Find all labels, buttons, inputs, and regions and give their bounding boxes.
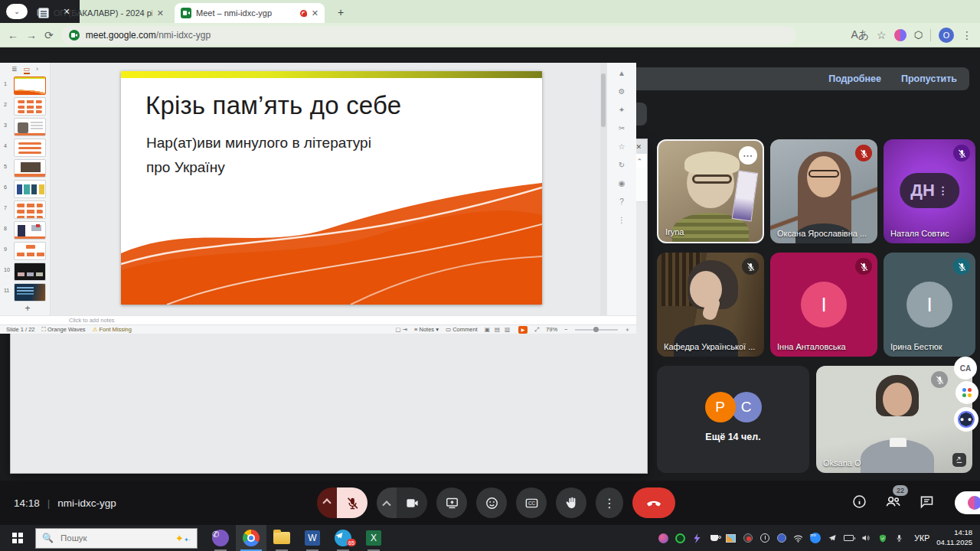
meeting-info-button[interactable] [851, 494, 867, 513]
add-slide-button[interactable]: + [21, 303, 34, 314]
side-eye-icon[interactable]: ◉ [619, 179, 626, 187]
browser-tab-2[interactable]: Meet – nmi-idxc-ygp ✕ [175, 3, 325, 23]
brain-extension-icon[interactable] [894, 29, 906, 41]
slide-thumbnail-5[interactable] [14, 159, 46, 178]
font-missing-warning[interactable]: ⚠ Font Missing [93, 326, 132, 333]
present-button[interactable] [436, 487, 467, 518]
bookmark-star-icon[interactable]: ☆ [877, 29, 887, 41]
address-bar[interactable]: meet.google.com/nmi-idxc-ygp [61, 26, 796, 44]
close-tab-icon[interactable]: ✕ [312, 8, 318, 18]
tray-clock-icon[interactable] [756, 528, 773, 548]
ai-robot-bubble[interactable]: ● ● [954, 407, 978, 432]
tray-photos-icon[interactable] [723, 528, 739, 548]
start-button[interactable] [0, 525, 35, 551]
tray-clock[interactable]: 14:18 04.11.2025 [936, 528, 975, 548]
tray-blue-ring-icon[interactable] [773, 528, 789, 548]
tray-lightning-icon[interactable] [689, 528, 705, 548]
tray-volume-icon[interactable] [858, 528, 874, 548]
tray-defender-icon[interactable] [874, 528, 890, 548]
taskbar-viber[interactable]: ✆ [205, 525, 236, 551]
mic-muted-button[interactable] [337, 487, 368, 518]
translate-icon[interactable]: Aあ [851, 28, 869, 42]
slide-thumbnail-1[interactable] [14, 77, 46, 95]
comment-button[interactable]: ▭ Comment [446, 326, 478, 333]
tab-search-button[interactable]: ⌄ [6, 4, 28, 19]
tray-mic-icon[interactable] [891, 528, 907, 548]
tile-options-button[interactable]: ⋯ [739, 146, 757, 165]
expand-panel-icon[interactable]: › [36, 65, 38, 74]
tray-telegram-icon[interactable] [824, 528, 840, 548]
zoom-slider[interactable] [575, 329, 618, 331]
tray-colors-icon[interactable] [655, 528, 671, 548]
extensions-puzzle-icon[interactable]: ⬡ [914, 29, 923, 41]
status-icons[interactable]: ▢ ⇥ [396, 326, 407, 333]
reload-icon[interactable]: ⟳ [44, 29, 54, 41]
forward-icon[interactable]: → [26, 29, 37, 41]
taskbar-telegram[interactable]: 65 [328, 525, 358, 551]
details-button[interactable]: Подробнее [828, 73, 881, 84]
taskbar-search[interactable]: 🔍 ✦✦· [35, 528, 198, 549]
tray-zoom-icon[interactable]: zm [807, 528, 823, 548]
slide-view-icon[interactable]: ▭ [24, 65, 31, 74]
slide-thumbnail-9[interactable] [14, 242, 46, 260]
mic-options-chevron[interactable] [317, 487, 337, 518]
tray-shield-green-icon[interactable] [672, 528, 688, 548]
slide-thumbnail-6[interactable] [14, 180, 46, 198]
tray-battery-icon[interactable] [841, 528, 857, 548]
side-star-icon[interactable]: ☆ [619, 142, 626, 151]
current-slide[interactable]: Крізь пам’ять до себе Нар(ат)иви минулог… [121, 71, 542, 305]
participant-tile-kafedra[interactable]: Кафедра Української ... [657, 253, 764, 357]
side-animation-icon[interactable]: ✦ [619, 106, 625, 114]
camera-button[interactable] [397, 487, 427, 518]
slide-thumbnail-3[interactable] [14, 118, 46, 136]
mic-control[interactable] [317, 487, 368, 518]
slide-thumbnail-8[interactable] [14, 221, 46, 240]
raise-hand-button[interactable] [556, 487, 586, 518]
participant-tile-natalia[interactable]: ДН⋮ Наталя Совтис [884, 139, 975, 243]
ca-floating-bubble[interactable]: CA [954, 357, 977, 380]
tray-network-icon[interactable] [790, 528, 806, 548]
side-properties-icon[interactable]: ⚙ [619, 87, 626, 96]
people-button[interactable]: 22 [884, 493, 902, 514]
close-tab-icon[interactable]: ✕ [157, 8, 164, 18]
slide-thumbnail-11[interactable] [14, 283, 46, 302]
side-clip-icon[interactable]: ✂ [619, 124, 625, 132]
zoom-in-button[interactable]: ＋ [625, 326, 631, 334]
participant-tile-oksana-ya[interactable]: Оксана Ярославівна ... [770, 139, 877, 243]
scroll-up-icon[interactable]: ▲ [618, 69, 626, 77]
notes-toggle[interactable]: ≡ Notes ▾ [414, 326, 439, 333]
brain-extension-pill[interactable] [955, 491, 980, 514]
slide-thumbnail-7[interactable] [14, 201, 46, 219]
end-call-button[interactable] [632, 487, 675, 518]
taskbar-chrome[interactable] [236, 525, 266, 551]
participant-tile-iryna[interactable]: ⋯ Iryna [657, 139, 764, 243]
tray-record-icon[interactable] [740, 528, 756, 548]
side-history-icon[interactable]: ↻ [619, 161, 625, 169]
theme-name[interactable]: ⛶ Orange Waves [42, 326, 86, 334]
zoom-out-button[interactable]: − [564, 326, 567, 333]
dismiss-button[interactable]: Пропустить [901, 73, 957, 84]
more-options-button[interactable]: ⋮ [596, 487, 623, 518]
pip-icon[interactable] [952, 453, 966, 467]
captions-button[interactable] [516, 487, 547, 518]
camera-control[interactable] [377, 487, 427, 518]
more-participants-tile[interactable]: P C Ещё 14 чел. [657, 366, 809, 473]
tray-cup-icon[interactable] [706, 528, 722, 548]
notes-area[interactable]: Click to add notes [0, 315, 636, 324]
language-indicator[interactable]: УКР [908, 533, 936, 543]
participant-tile-inna[interactable]: І Інна Анталовська [770, 253, 877, 357]
back-icon[interactable]: ← [8, 29, 18, 41]
slide-thumbnail-10[interactable] [14, 262, 46, 281]
scrollbar-thumb[interactable] [601, 73, 606, 127]
collapse-ribbon-icon[interactable]: ⌃ [636, 158, 642, 165]
browser-menu-icon[interactable]: ⋮ [962, 29, 972, 41]
view-mode-icons[interactable]: ▣ ▤ ▥ [485, 326, 511, 333]
copilot-sparkle-icon[interactable]: ✦✦· [175, 533, 191, 544]
taskbar-excel[interactable]: X [358, 525, 389, 551]
slide-thumbnail-2[interactable] [14, 97, 46, 116]
taskbar-word[interactable]: W [297, 525, 328, 551]
new-tab-button[interactable]: + [334, 5, 348, 19]
side-help-icon[interactable]: ? [619, 197, 624, 206]
browser-tab-1[interactable]: ОП (БАКАЛАВР) - 2024 рік впр ✕ [32, 3, 170, 23]
slide-thumbnail-4[interactable] [14, 139, 46, 157]
